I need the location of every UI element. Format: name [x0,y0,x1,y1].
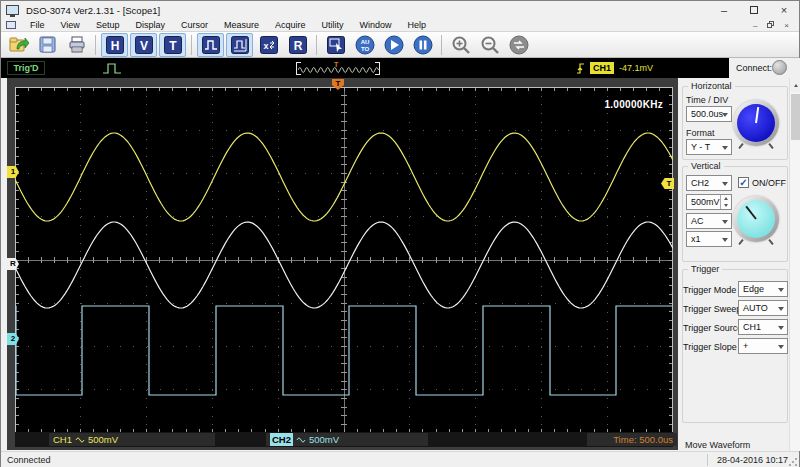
pause-button[interactable] [409,33,436,57]
channel-onoff-checkbox[interactable]: ✓ ON/OFF [738,177,786,188]
connect-indicator[interactable] [772,60,787,75]
app-icon [6,5,19,15]
autoset-button[interactable]: AUTO [351,33,378,57]
vertical-setup-button[interactable]: V [130,33,157,57]
close-icon[interactable]: × [777,3,791,17]
zoom-in-button[interactable] [447,33,474,57]
zoom-out-button[interactable] [476,33,503,57]
save-button[interactable] [34,33,61,57]
trigger-source-select[interactable]: CH1 [738,319,788,335]
trigger-sweep-value: AUTO [743,303,768,313]
frequency-readout: 1.00000KHz [604,99,663,110]
format-select[interactable]: Y - T [686,139,732,155]
trigger-sweep-select[interactable]: AUTO [738,300,788,316]
volts-div-spinner[interactable]: 500mV [686,194,732,210]
svg-text:x: x [263,40,268,50]
document-icon[interactable] [6,21,16,29]
refresh-button[interactable] [505,33,532,57]
window-title: DSO-3074 Ver2.1.31 - [Scope1] [26,5,160,16]
svg-text:T: T [169,38,177,52]
scope-grid [15,87,673,433]
trigger-sweep-label: Trigger Sweep [683,304,741,314]
mdi-restore-icon[interactable] [767,21,774,30]
scope-plot[interactable]: 1.00000KHz [15,87,673,433]
print-icon [68,36,86,54]
trigger-mode-select[interactable]: Edge [738,281,788,297]
format-label: Format [686,128,715,138]
ch1-volts: 500mV [88,433,118,446]
title-bar: DSO-3074 Ver2.1.31 - [Scope1] – × [1,1,799,19]
minimize-icon[interactable]: – [717,3,731,17]
run-button[interactable] [380,33,407,57]
trigger-setup-button[interactable]: T [159,33,186,57]
vertical-knob[interactable] [733,196,779,242]
timebase-readout: Time: 500.0us [587,433,677,446]
resize-grip[interactable] [788,457,798,467]
trigger-mode-value: Edge [743,284,764,294]
ac-coupling-icon [296,436,306,444]
coupling-select[interactable]: AC [686,213,732,229]
trigger-icon: T [164,36,182,54]
scope-display: 1.00000KHz 1 R 2 T T CH1 500mV CH2 500mV… [7,78,678,450]
maximize-icon[interactable] [747,3,761,17]
menu-display[interactable]: Display [127,19,173,31]
zoom-in-icon [451,35,471,55]
time-div-value: 500.0us [691,109,723,119]
open-button[interactable] [5,33,32,57]
menu-measure[interactable]: Measure [216,19,267,31]
edge-trigger-icon [575,61,589,75]
trigd-status: Trig'D [7,61,45,75]
waveform-measure-button[interactable] [226,33,253,57]
menu-acquire[interactable]: Acquire [267,19,314,31]
trigger-status-bar: Trig'D T CH1 -47.1mV [1,58,729,78]
menu-utility[interactable]: Utility [313,19,351,31]
pause-icon [413,35,433,55]
menu-view[interactable]: View [53,19,88,31]
toolbar-separator [441,35,442,55]
horizontal-setup-button[interactable]: H [101,33,128,57]
print-button[interactable] [63,33,90,57]
svg-text:TO: TO [360,46,369,52]
coupling-value: AC [691,216,704,226]
panel-scrollbar[interactable] [789,78,800,451]
toolbar-separator [95,35,96,55]
play-icon [384,35,404,55]
horizontal-knob[interactable] [733,100,779,146]
open-icon [9,36,29,54]
trigger-source-value: CH1 [743,322,761,332]
spin-up-icon[interactable] [721,195,731,202]
scrollbar-thumb[interactable] [791,94,800,140]
channel-select[interactable]: CH2 [686,175,732,191]
channel-readout-strip: CH1 500mV CH2 500mV Time: 500.0us [15,432,673,447]
scrollbar-up-icon[interactable] [790,78,800,92]
preview-trigger-marker[interactable]: T [334,61,338,68]
horizontal-group-title: Horizontal [688,81,735,91]
spin-down-icon[interactable] [721,202,731,209]
trigger-slope-select[interactable]: + [738,338,788,354]
math-icon: x [260,36,278,54]
math-button[interactable]: x [255,33,282,57]
time-div-select[interactable]: 500.0us [686,106,732,122]
probe-select[interactable]: x1 [686,231,732,247]
trigger-slope-value: + [743,341,748,351]
mdi-minimize-icon[interactable]: – [753,21,757,30]
square-wave-ruler-icon [231,36,249,54]
reference-icon: R [289,36,307,54]
menu-setup[interactable]: Setup [88,19,128,31]
app-window: DSO-3074 Ver2.1.31 - [Scope1] – × File V… [0,0,800,467]
mdi-close-icon[interactable]: × [784,21,789,30]
menu-file[interactable]: File [22,19,53,31]
menu-window[interactable]: Window [351,19,399,31]
menu-cursor[interactable]: Cursor [173,19,216,31]
menu-help[interactable]: Help [399,19,434,31]
waveform-mode-button[interactable] [197,33,224,57]
ch1-name: CH1 [53,433,72,446]
svg-text:H: H [110,38,119,52]
volts-div-value: 500mV [691,197,720,207]
svg-text:AU: AU [360,39,369,45]
ac-coupling-icon [75,436,85,444]
reference-button[interactable]: R [284,33,311,57]
connect-row: Connect: [729,58,800,78]
pulse-icon [101,61,125,75]
cursor-tool-button[interactable] [322,33,349,57]
